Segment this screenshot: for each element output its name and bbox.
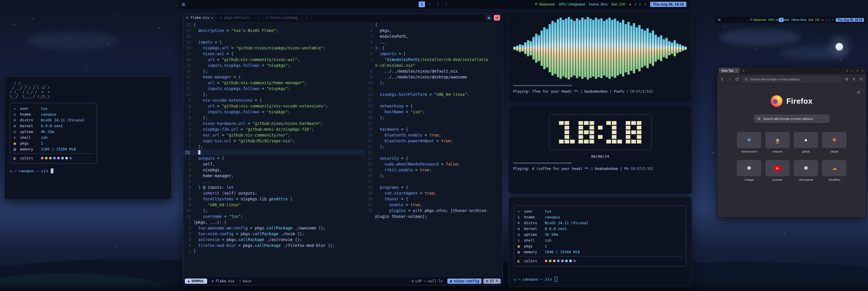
shell-prompt[interactable]: ⌂→canopus~❯❯❯ <box>514 277 686 282</box>
account-icon[interactable] <box>851 77 856 82</box>
cloud-decoration <box>719 29 801 46</box>
editor-pane-left[interactable]: 22{21 description = "tux's NixOS Flake";… <box>183 22 365 219</box>
workspace-list: 1234 <box>418 1 450 7</box>
code-line: 15 hostName = "iso"; <box>365 109 502 115</box>
fetch-row: ❯shellzsh <box>518 237 683 243</box>
distro-icon: ❄ <box>518 220 524 226</box>
workspace-button-2[interactable]: 2 <box>785 18 790 22</box>
clock-widget[interactable]: Thu Aug 08, 18:18 <box>836 18 864 22</box>
app-launcher-icon[interactable]: ⊞ <box>718 18 721 22</box>
color-dot <box>553 260 556 262</box>
code-line: 11 <box>365 86 502 91</box>
tab-close-icon[interactable]: × <box>211 16 213 20</box>
editor-tab-hosts/isoImag...[interactable]: ❄hosts/isoImag...× <box>263 13 311 22</box>
bar-modules: P: BalancedGPU: IntegratedHome: 8msBat: … <box>535 2 625 6</box>
close-button[interactable]: × <box>862 69 863 72</box>
home-search-input[interactable]: Search with Google or enter address <box>754 114 830 123</box>
hamburger-menu-icon[interactable] <box>859 77 863 82</box>
code-line: 14 }; <box>183 68 364 74</box>
project-badge: ▣nixos-config <box>447 279 482 284</box>
workspace-list: 1234 <box>779 18 803 22</box>
neovim-window[interactable]: ❄flake.nix×❄pkgs/default...×❄hosts/isoIm… <box>183 13 503 286</box>
forward-icon[interactable] <box>727 77 732 82</box>
music-icon[interactable]: ♫ <box>825 18 827 22</box>
color-dot <box>53 157 56 159</box>
clock-digit <box>598 121 602 143</box>
editor-tab-flake.nix[interactable]: ❄flake.nix× <box>183 13 217 22</box>
code-line: 18 nixpkgs.url = "github:nixos/nixpkgs/n… <box>183 45 364 51</box>
terminal-window-left[interactable]: / /_ __ ___ __ / __/ / / / \ \/ / / /_ /… <box>4 77 172 200</box>
terminal-window-right[interactable]: ✦usertux⌂hnamecanopus❄distroNixOS 24.11 … <box>508 197 692 287</box>
lines-icon: ≡ <box>486 279 488 283</box>
shortcut-tile-search.nixos[interactable]: ❄search.nixos <box>737 132 761 153</box>
shortcut-tile-cloudflare[interactable]: ☁cloudflare <box>822 160 846 181</box>
workspace-button-3[interactable]: 3 <box>792 18 796 22</box>
extensions-puzzle-icon[interactable] <box>844 77 849 82</box>
tab-close-icon[interactable]: × <box>306 16 308 20</box>
workspace-button-1[interactable]: 1 <box>779 18 783 22</box>
arrow-icon: → <box>14 168 17 174</box>
bar-module: P: Balanced <box>750 18 766 22</box>
workspace-button-1[interactable]: 1 <box>418 1 425 7</box>
code-line: 4 nixpkgs-f2k.url = "github:moni-dz/nixp… <box>183 126 364 132</box>
tab-list-chevron-icon[interactable]: ∨ <box>846 69 848 72</box>
editor-pane-right[interactable]: 1{2 pkgs,3 modulesPath,4 ...5}: {6 impor… <box>365 22 502 219</box>
color-dot <box>569 260 572 262</box>
back-icon[interactable] <box>720 77 725 82</box>
buffer-close-button[interactable]: × <box>494 15 500 21</box>
minimize-button[interactable]: – <box>851 69 853 72</box>
vim-mode-icon: ◆ <box>188 279 190 283</box>
music-icon[interactable]: ♫ <box>634 2 637 6</box>
code-line: 13 <box>365 97 502 103</box>
gear-icon[interactable]: ⚙ <box>857 90 861 95</box>
code-line: 21 }; <box>365 144 502 150</box>
shortcut-tile-claude[interactable]: ✱claude <box>822 132 846 153</box>
record-icon[interactable]: ● <box>629 2 631 6</box>
tab-close-icon[interactable]: × <box>736 69 737 72</box>
fetch-row: ▤memory2185 | 15394 MiB <box>13 146 93 152</box>
code-line: 6 } @ inputs: let <box>183 184 364 190</box>
shell-prompt[interactable]: ⌂→canopus~❯❯❯ <box>10 168 166 174</box>
clock-window[interactable]: 08/08/24 ===========================> Pl… <box>508 106 692 194</box>
tab-close-icon[interactable]: × <box>258 16 260 20</box>
code-line: 19 bluetooth.enable = true; <box>365 132 502 138</box>
code-line: 15 inputs.nixpkgs.follows = "nixpkgs"; <box>183 62 364 68</box>
code-line: 2 self, <box>183 161 364 167</box>
code-line: 20 bluetooth.powerOnBoot = true; <box>365 138 502 144</box>
shortcut-tile-chatgpt[interactable]: ❋chatgpt <box>737 160 761 181</box>
code-line: plugin thunar-volman]; <box>365 213 502 219</box>
record-icon[interactable]: ● <box>822 18 824 22</box>
maximize-button[interactable]: □ <box>857 69 858 72</box>
shortcut-tile-youtube[interactable]: ▶youtube <box>765 160 790 181</box>
shortcut-tile-chat.openai[interactable]: ❋chat.openai <box>794 160 818 181</box>
bluetooth-icon[interactable]: ᛒ <box>828 18 830 22</box>
firefox-window[interactable]: New Tab × + ∨ –□× Search with Google or … <box>717 66 867 217</box>
workspace-button-4[interactable]: 4 <box>798 18 803 22</box>
color-dot <box>573 260 576 262</box>
fetch-row: ✦usertux <box>518 208 683 214</box>
workspace-button-3[interactable]: 3 <box>435 1 441 7</box>
power-icon[interactable]: ⚡ <box>832 18 834 22</box>
nix-file-icon: ❄ <box>220 16 222 20</box>
new-tab-button[interactable]: + <box>742 68 746 73</box>
fastfetch-panel: ✦usertux⌂hnamecanopus❄distroNixOS 24.11 … <box>514 206 686 266</box>
shortcut-tile-amazon[interactable]: aamazon <box>765 132 790 153</box>
buffer-picker-button[interactable]: ▦ <box>486 15 492 21</box>
code-line: 17 nixos-wsl = { <box>183 51 364 57</box>
browser-tab[interactable]: New Tab × <box>719 68 740 74</box>
color-dot <box>557 260 560 262</box>
shortcut-tile-github[interactable]: ●github <box>794 132 818 153</box>
app-launcher-icon[interactable]: ⊞ <box>182 2 185 7</box>
cava-window[interactable]: ===========================> Playing: ff… <box>508 11 692 103</box>
clock-widget[interactable]: Thu Aug 08, 18:18 <box>650 2 686 7</box>
terminal-cursor <box>555 277 557 282</box>
power-icon[interactable]: ⚡ <box>644 2 646 6</box>
editor-pane-bottom[interactable]: 1{pkgs, ...}: {1 tux-awesome-wm-config =… <box>183 219 502 277</box>
palette-icon: ◧ <box>13 155 20 161</box>
refresh-icon[interactable] <box>735 77 739 82</box>
workspace-button-4[interactable]: 4 <box>443 1 450 7</box>
bluetooth-icon[interactable]: ᛒ <box>639 2 641 6</box>
workspace-button-2[interactable]: 2 <box>427 1 433 7</box>
url-bar[interactable]: Search with Google or enter address <box>742 76 842 83</box>
editor-tab-pkgs/default...[interactable]: ❄pkgs/default...× <box>217 13 263 22</box>
